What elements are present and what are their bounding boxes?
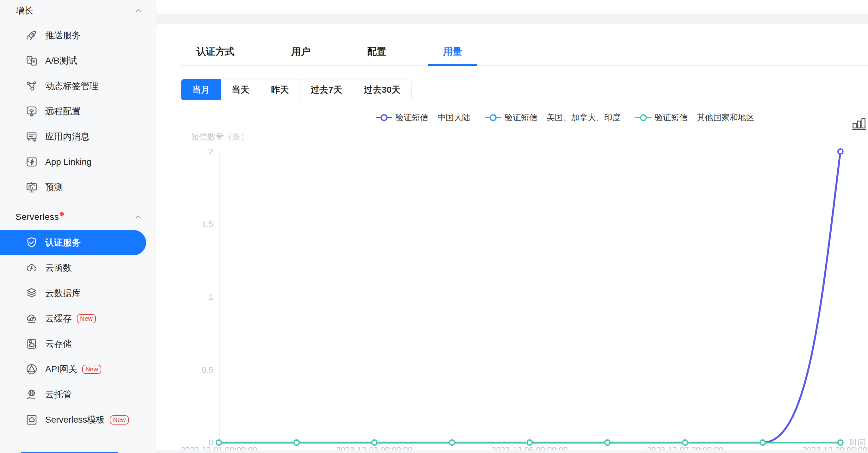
tag-management-icon	[25, 80, 38, 93]
sidebar-item-push-service[interactable]: 推送服务	[0, 23, 146, 48]
sidebar-item-label: 云缓存	[45, 312, 72, 325]
sidebar-item-cloud-storage[interactable]: 云存储	[0, 331, 146, 357]
sidebar-item-cloud-cache[interactable]: 云缓存New	[0, 306, 146, 331]
sidebar-item-app-linking[interactable]: App Linking	[0, 149, 146, 175]
svg-text:1: 1	[209, 292, 213, 302]
sidebar-item-label: API网关	[45, 363, 77, 375]
sidebar-item-serverless-template[interactable]: Serverless模板New	[0, 407, 146, 432]
rocket-icon	[25, 29, 38, 42]
sidebar-item-label: App Linking	[45, 157, 91, 167]
sidebar-item-cloud-functions[interactable]: 云函数	[0, 255, 146, 280]
sidebar-item-in-app-messaging[interactable]: 应用内消息	[0, 124, 146, 149]
usage-line-chart: 00.511.522023-12-01 00:00:002023-12-03 0…	[156, 24, 868, 450]
sidebar-item-label: 云存储	[45, 338, 72, 350]
svg-text:时间: 时间	[849, 438, 866, 447]
in-app-message-icon	[25, 130, 38, 143]
sidebar-item-auth-service[interactable]: 认证服务	[0, 230, 146, 255]
section-header-growth[interactable]: 增长	[0, 2, 156, 20]
sidebar-item-label: 远程配置	[45, 105, 81, 117]
sidebar-item-dynamic-tag-management[interactable]: 动态标签管理	[0, 73, 146, 99]
previous-card-bottom	[156, 0, 868, 14]
sidebar-item-cloud-db[interactable]: 云数据库	[0, 280, 146, 306]
svg-text:0.5: 0.5	[202, 365, 213, 374]
sidebar-item-remote-config[interactable]: 远程配置	[0, 99, 146, 124]
sidebar-item-label: 云函数	[45, 262, 72, 274]
svg-text:2023-12-01 00:00:00: 2023-12-01 00:00:00	[181, 445, 257, 450]
sidebar-item-api-gateway[interactable]: API网关New	[0, 357, 146, 382]
sidebar-bottom-button[interactable]	[17, 452, 122, 453]
sidebar-item-label: 云托管	[45, 389, 72, 400]
sidebar-item-cloud-hosting[interactable]: 云托管	[0, 382, 146, 407]
sidebar-item-label: 云数据库	[45, 287, 81, 299]
svg-text:2023-12-05 00:00:00: 2023-12-05 00:00:00	[492, 445, 568, 450]
app-linking-icon	[25, 155, 38, 169]
cloud-storage-icon	[25, 337, 38, 351]
section-label: 增长	[16, 5, 34, 17]
new-badge: New	[110, 415, 129, 425]
sidebar-item-label: 认证服务	[45, 237, 81, 249]
new-badge: New	[82, 365, 101, 374]
cloud-db-icon	[25, 286, 38, 300]
cloud-cache-icon	[25, 312, 38, 325]
range-button-current-month[interactable]: 当月	[181, 79, 221, 100]
remote-config-icon	[25, 105, 38, 118]
svg-text:A: A	[28, 58, 31, 62]
svg-text:1.5: 1.5	[202, 219, 213, 229]
sidebar-item-label: A/B测试	[45, 55, 77, 67]
svg-text:2023-12-03 00:00:00: 2023-12-03 00:00:00	[336, 445, 412, 450]
api-gateway-icon	[25, 363, 38, 376]
svg-text:2023-12-07 00:00:00: 2023-12-07 00:00:00	[647, 445, 723, 450]
cloud-function-icon	[25, 261, 38, 275]
cloud-hosting-icon	[25, 388, 38, 401]
notification-dot	[60, 212, 64, 216]
new-badge: New	[77, 314, 96, 323]
chevron-up-icon[interactable]	[133, 212, 143, 222]
sidebar-item-label: 推送服务	[45, 29, 81, 41]
ab-test-icon: AB	[25, 54, 38, 67]
svg-text:2: 2	[209, 147, 213, 156]
sidebar-item-label: 应用内消息	[45, 131, 90, 143]
usage-card: 认证方式用户配置用量 当月当天昨天过去7天过去30天 验证短信 – 中国大陆验证…	[156, 24, 868, 450]
section-header-serverless[interactable]: Serverless	[0, 208, 156, 226]
sidebar-item-ab-testing[interactable]: ABA/B测试	[0, 48, 146, 73]
chevron-up-icon[interactable]	[133, 6, 143, 16]
section-label: Serverless	[16, 212, 59, 222]
sidebar: 增长推送服务ABA/B测试动态标签管理远程配置应用内消息App Linking预…	[0, 0, 156, 453]
sidebar-item-label: 预测	[45, 181, 63, 193]
auth-service-icon	[25, 236, 38, 249]
sidebar-item-prediction[interactable]: 预测	[0, 175, 146, 200]
sidebar-item-label: 动态标签管理	[45, 80, 98, 92]
sidebar-item-label: Serverless模板	[45, 414, 105, 426]
prediction-icon	[25, 181, 38, 194]
serverless-template-icon	[25, 413, 38, 426]
svg-text:B: B	[33, 59, 35, 64]
sidebar-sections: 增长推送服务ABA/B测试动态标签管理远程配置应用内消息App Linking预…	[0, 2, 156, 432]
